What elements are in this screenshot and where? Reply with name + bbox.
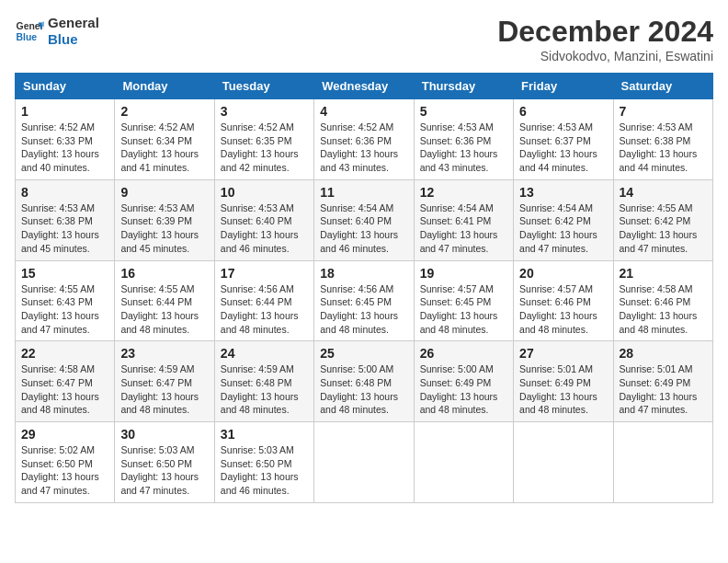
day-info: Sunrise: 5:03 AM Sunset: 6:50 PM Dayligh… <box>221 443 308 498</box>
day-info: Sunrise: 5:00 AM Sunset: 6:48 PM Dayligh… <box>320 362 407 417</box>
day-number: 5 <box>420 104 507 119</box>
day-number: 2 <box>120 104 208 119</box>
week-row-5: 29Sunrise: 5:02 AM Sunset: 6:50 PM Dayli… <box>16 422 713 503</box>
day-number: 19 <box>420 266 507 281</box>
day-info: Sunrise: 4:57 AM Sunset: 6:46 PM Dayligh… <box>519 282 607 337</box>
day-number: 31 <box>221 427 308 442</box>
day-number: 30 <box>120 427 208 442</box>
day-number: 18 <box>320 266 407 281</box>
day-number: 16 <box>120 266 208 281</box>
day-number: 3 <box>221 104 308 119</box>
day-number: 17 <box>221 266 308 281</box>
day-number: 26 <box>420 346 507 361</box>
day-info: Sunrise: 4:53 AM Sunset: 6:39 PM Dayligh… <box>120 201 208 256</box>
logo-text: General Blue <box>48 15 99 48</box>
calendar-cell: 24Sunrise: 4:59 AM Sunset: 6:48 PM Dayli… <box>214 341 313 422</box>
day-info: Sunrise: 4:55 AM Sunset: 6:42 PM Dayligh… <box>620 201 707 256</box>
day-number: 28 <box>620 346 707 361</box>
day-number: 6 <box>519 104 607 119</box>
calendar-cell: 19Sunrise: 4:57 AM Sunset: 6:45 PM Dayli… <box>414 260 513 341</box>
day-info: Sunrise: 4:54 AM Sunset: 6:40 PM Dayligh… <box>320 201 407 256</box>
day-number: 24 <box>221 346 308 361</box>
day-info: Sunrise: 4:52 AM Sunset: 6:35 PM Dayligh… <box>221 121 308 175</box>
day-number: 14 <box>620 185 707 200</box>
calendar-cell: 22Sunrise: 4:58 AM Sunset: 6:47 PM Dayli… <box>16 341 115 422</box>
day-number: 15 <box>21 266 108 281</box>
day-info: Sunrise: 4:54 AM Sunset: 6:41 PM Dayligh… <box>420 201 507 256</box>
calendar-cell: 6Sunrise: 4:53 AM Sunset: 6:37 PM Daylig… <box>514 99 613 180</box>
day-number: 4 <box>320 104 407 119</box>
calendar-cell: 1Sunrise: 4:52 AM Sunset: 6:33 PM Daylig… <box>16 99 115 180</box>
calendar-cell: 4Sunrise: 4:52 AM Sunset: 6:36 PM Daylig… <box>314 99 414 180</box>
header: General Blue General Blue December 2024 … <box>15 15 713 63</box>
weekday-header: SundayMondayTuesdayWednesdayThursdayFrid… <box>16 74 713 99</box>
day-info: Sunrise: 4:53 AM Sunset: 6:38 PM Dayligh… <box>21 201 108 256</box>
day-number: 25 <box>320 346 407 361</box>
weekday-tuesday: Tuesday <box>214 74 313 99</box>
weekday-thursday: Thursday <box>414 74 513 99</box>
calendar-cell: 23Sunrise: 4:59 AM Sunset: 6:47 PM Dayli… <box>115 341 214 422</box>
day-number: 13 <box>519 185 607 200</box>
day-number: 12 <box>420 185 507 200</box>
calendar-cell: 31Sunrise: 5:03 AM Sunset: 6:50 PM Dayli… <box>214 422 313 503</box>
calendar-cell: 18Sunrise: 4:56 AM Sunset: 6:45 PM Dayli… <box>314 260 414 341</box>
day-info: Sunrise: 4:59 AM Sunset: 6:48 PM Dayligh… <box>221 362 308 417</box>
day-info: Sunrise: 4:58 AM Sunset: 6:46 PM Dayligh… <box>620 282 707 337</box>
weekday-sunday: Sunday <box>16 74 115 99</box>
calendar-cell: 2Sunrise: 4:52 AM Sunset: 6:34 PM Daylig… <box>115 99 214 180</box>
location-title: Sidvokodvo, Manzini, Eswatini <box>497 49 713 63</box>
calendar-cell: 29Sunrise: 5:02 AM Sunset: 6:50 PM Dayli… <box>16 422 115 503</box>
day-info: Sunrise: 4:59 AM Sunset: 6:47 PM Dayligh… <box>120 362 208 417</box>
calendar-cell: 14Sunrise: 4:55 AM Sunset: 6:42 PM Dayli… <box>613 179 712 260</box>
calendar-cell: 12Sunrise: 4:54 AM Sunset: 6:41 PM Dayli… <box>414 179 513 260</box>
day-info: Sunrise: 4:55 AM Sunset: 6:44 PM Dayligh… <box>120 282 208 337</box>
day-info: Sunrise: 4:58 AM Sunset: 6:47 PM Dayligh… <box>21 362 108 417</box>
week-row-3: 15Sunrise: 4:55 AM Sunset: 6:43 PM Dayli… <box>16 260 713 341</box>
day-info: Sunrise: 4:53 AM Sunset: 6:38 PM Dayligh… <box>620 121 707 175</box>
day-number: 29 <box>21 427 108 442</box>
day-info: Sunrise: 4:57 AM Sunset: 6:45 PM Dayligh… <box>420 282 507 337</box>
day-info: Sunrise: 4:52 AM Sunset: 6:34 PM Dayligh… <box>120 121 208 175</box>
calendar-cell: 21Sunrise: 4:58 AM Sunset: 6:46 PM Dayli… <box>613 260 712 341</box>
calendar-cell: 17Sunrise: 4:56 AM Sunset: 6:44 PM Dayli… <box>214 260 313 341</box>
day-number: 23 <box>120 346 208 361</box>
day-info: Sunrise: 4:56 AM Sunset: 6:45 PM Dayligh… <box>320 282 407 337</box>
day-info: Sunrise: 4:52 AM Sunset: 6:33 PM Dayligh… <box>21 121 108 175</box>
day-number: 1 <box>21 104 108 119</box>
logo: General Blue General Blue <box>15 15 99 48</box>
day-number: 27 <box>519 346 607 361</box>
calendar-cell: 25Sunrise: 5:00 AM Sunset: 6:48 PM Dayli… <box>314 341 414 422</box>
calendar-cell: 27Sunrise: 5:01 AM Sunset: 6:49 PM Dayli… <box>514 341 613 422</box>
title-area: December 2024 Sidvokodvo, Manzini, Eswat… <box>497 15 713 63</box>
calendar-cell: 13Sunrise: 4:54 AM Sunset: 6:42 PM Dayli… <box>514 179 613 260</box>
calendar-cell: 16Sunrise: 4:55 AM Sunset: 6:44 PM Dayli… <box>115 260 214 341</box>
calendar-cell: 3Sunrise: 4:52 AM Sunset: 6:35 PM Daylig… <box>214 99 313 180</box>
weekday-friday: Friday <box>514 74 613 99</box>
day-info: Sunrise: 4:56 AM Sunset: 6:44 PM Dayligh… <box>221 282 308 337</box>
day-info: Sunrise: 5:03 AM Sunset: 6:50 PM Dayligh… <box>120 443 208 498</box>
day-number: 22 <box>21 346 108 361</box>
day-info: Sunrise: 5:02 AM Sunset: 6:50 PM Dayligh… <box>21 443 108 498</box>
day-info: Sunrise: 4:54 AM Sunset: 6:42 PM Dayligh… <box>519 201 607 256</box>
day-info: Sunrise: 5:00 AM Sunset: 6:49 PM Dayligh… <box>420 362 507 417</box>
day-info: Sunrise: 4:53 AM Sunset: 6:40 PM Dayligh… <box>221 201 308 256</box>
day-number: 9 <box>120 185 208 200</box>
calendar: SundayMondayTuesdayWednesdayThursdayFrid… <box>15 73 713 503</box>
week-row-1: 1Sunrise: 4:52 AM Sunset: 6:33 PM Daylig… <box>16 99 713 180</box>
day-number: 10 <box>221 185 308 200</box>
calendar-cell: 9Sunrise: 4:53 AM Sunset: 6:39 PM Daylig… <box>115 179 214 260</box>
day-info: Sunrise: 4:53 AM Sunset: 6:37 PM Dayligh… <box>519 121 607 175</box>
calendar-body: 1Sunrise: 4:52 AM Sunset: 6:33 PM Daylig… <box>16 99 713 503</box>
week-row-2: 8Sunrise: 4:53 AM Sunset: 6:38 PM Daylig… <box>16 179 713 260</box>
calendar-cell: 15Sunrise: 4:55 AM Sunset: 6:43 PM Dayli… <box>16 260 115 341</box>
weekday-monday: Monday <box>115 74 214 99</box>
calendar-cell <box>414 422 513 503</box>
calendar-cell: 5Sunrise: 4:53 AM Sunset: 6:36 PM Daylig… <box>414 99 513 180</box>
day-number: 8 <box>21 185 108 200</box>
day-number: 20 <box>519 266 607 281</box>
calendar-cell: 7Sunrise: 4:53 AM Sunset: 6:38 PM Daylig… <box>613 99 712 180</box>
calendar-cell: 10Sunrise: 4:53 AM Sunset: 6:40 PM Dayli… <box>214 179 313 260</box>
calendar-cell: 20Sunrise: 4:57 AM Sunset: 6:46 PM Dayli… <box>514 260 613 341</box>
calendar-cell: 26Sunrise: 5:00 AM Sunset: 6:49 PM Dayli… <box>414 341 513 422</box>
calendar-cell: 28Sunrise: 5:01 AM Sunset: 6:49 PM Dayli… <box>613 341 712 422</box>
